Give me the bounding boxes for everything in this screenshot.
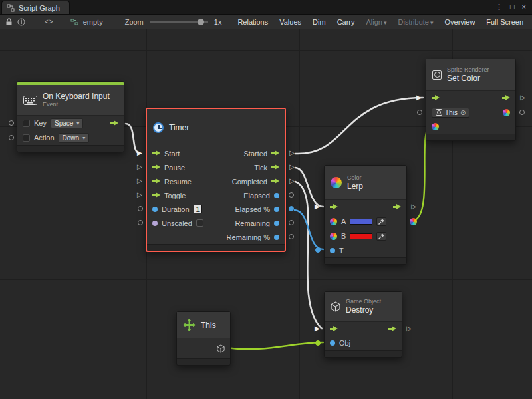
eyedropper-icon[interactable]	[376, 217, 386, 226]
node-destroy[interactable]: Game Object Destroy Obj ▶ ▷	[324, 291, 402, 358]
full-screen-button[interactable]: Full Screen	[483, 17, 527, 27]
flow-input-port[interactable]	[330, 326, 338, 332]
value-input-socket[interactable]	[138, 220, 143, 225]
value-input-socket[interactable]	[315, 247, 321, 253]
flow-input-socket[interactable]: ▶	[416, 94, 422, 101]
value-output-port[interactable]	[274, 193, 279, 198]
color-port-icon[interactable]	[330, 233, 337, 240]
flow-output-port[interactable]	[271, 178, 279, 184]
node-this[interactable]: This	[176, 311, 231, 366]
value-input-socket[interactable]	[417, 110, 422, 115]
color-output-port[interactable]	[503, 109, 510, 116]
wire-this-to-destroy-obj[interactable]	[226, 342, 323, 349]
value-input-port[interactable]	[152, 207, 158, 212]
color-output-socket[interactable]	[410, 218, 417, 225]
flow-output-port[interactable]	[388, 326, 396, 332]
relations-button[interactable]: Relations	[234, 17, 271, 27]
node-set-color[interactable]: Sprite Renderer Set Color This ⊙ ▶ ▷	[426, 59, 516, 141]
flow-input-socket[interactable]: ▷	[137, 192, 142, 198]
node-title: Timer	[169, 123, 189, 132]
unscaled-checkbox[interactable]	[196, 219, 203, 227]
node-on-keyboard-input[interactable]: On Keyboard Input Event Key Space ▾ Acti…	[17, 81, 124, 152]
timer-row-start: Start Started	[147, 146, 285, 160]
wire-timer-tick-to-lerp[interactable]	[295, 168, 323, 207]
node-color-lerp[interactable]: Color Lerp A B T ▶	[324, 165, 407, 265]
value-input-port[interactable]	[330, 248, 335, 253]
flow-output-socket[interactable]: ▷	[289, 178, 295, 184]
flow-input-port[interactable]	[152, 164, 160, 170]
flow-output-port[interactable]	[502, 95, 510, 101]
flow-input-socket[interactable]: ▶	[137, 150, 142, 156]
sprite-renderer-icon	[432, 70, 442, 80]
flow-output-socket[interactable]: ▷	[406, 325, 412, 332]
set-color-header: Sprite Renderer Set Color	[426, 59, 515, 91]
value-output-socket[interactable]	[289, 206, 294, 211]
graph-name-label: empty	[83, 18, 103, 26]
value-input-socket[interactable]	[9, 120, 14, 126]
color-input-port[interactable]	[432, 123, 439, 130]
color-port-icon[interactable]	[330, 218, 337, 225]
flow-input-port[interactable]	[152, 178, 160, 184]
flow-input-port[interactable]	[152, 192, 160, 198]
flow-input-port[interactable]	[432, 95, 440, 101]
dim-button[interactable]: Dim	[309, 17, 329, 27]
value-input-port[interactable]	[330, 340, 335, 346]
flow-input-port[interactable]	[330, 204, 338, 210]
value-output-socket[interactable]	[289, 220, 294, 225]
port-label: Tick	[254, 164, 267, 172]
duration-input[interactable]: 1	[194, 205, 203, 213]
target-field[interactable]: This ⊙	[432, 108, 469, 118]
key-dropdown[interactable]: Space ▾	[51, 118, 83, 128]
value-input-socket[interactable]	[9, 135, 14, 140]
flow-output-port[interactable]	[393, 204, 401, 210]
window-close-icon[interactable]: ×	[522, 3, 526, 11]
lock-icon[interactable]	[5, 18, 13, 26]
zoom-value: 1x	[214, 18, 222, 26]
action-dropdown[interactable]: Down ▾	[59, 133, 90, 143]
flow-input-port[interactable]	[152, 150, 160, 156]
flow-output-port[interactable]	[271, 164, 279, 170]
value-output-port[interactable]	[274, 235, 279, 240]
cube-icon	[331, 301, 340, 312]
value-output-socket[interactable]	[289, 234, 294, 239]
tab-script-graph[interactable]: Script Graph	[1, 1, 70, 14]
node-timer[interactable]: Timer Start Started Pause Tick Resume Co…	[146, 108, 286, 252]
eyedropper-icon[interactable]	[376, 232, 386, 241]
zoom-slider[interactable]	[150, 18, 208, 26]
value-output-port[interactable]	[274, 221, 279, 226]
flow-output-socket[interactable]: ▷	[520, 94, 525, 101]
flow-input-socket[interactable]: ▷	[137, 178, 142, 184]
graph-canvas[interactable]: On Keyboard Input Event Key Space ▾ Acti…	[0, 29, 532, 399]
window-menu-icon[interactable]: ⋮	[495, 3, 503, 11]
flow-output-port[interactable]	[271, 150, 279, 156]
info-icon[interactable]	[17, 18, 25, 26]
value-input-socket[interactable]	[315, 340, 321, 346]
value-output-port[interactable]	[274, 207, 279, 212]
flow-output-port[interactable]	[110, 120, 118, 126]
flow-input-socket[interactable]: ▶	[315, 325, 320, 332]
zoom-slider-handle[interactable]	[198, 19, 204, 25]
value-output-socket[interactable]	[519, 110, 525, 115]
color-swatch-a[interactable]	[350, 219, 372, 225]
action-type-icon	[23, 134, 30, 142]
carry-button[interactable]: Carry	[334, 17, 358, 27]
code-view-icon[interactable]: <>	[45, 18, 54, 25]
values-button[interactable]: Values	[276, 17, 305, 27]
flow-output-socket[interactable]: ▷	[289, 164, 295, 170]
window-maximize-icon[interactable]: □	[510, 3, 515, 11]
align-button[interactable]: Align▾	[363, 17, 390, 27]
flow-input-socket[interactable]: ▶	[315, 203, 320, 210]
game-object-port-icon[interactable]	[217, 344, 225, 353]
value-output-socket[interactable]	[289, 192, 294, 198]
move-icon	[183, 319, 196, 331]
flow-output-socket[interactable]: ▷	[411, 203, 416, 210]
object-picker-icon[interactable]: ⊙	[460, 109, 466, 116]
color-swatch-b[interactable]	[350, 233, 372, 239]
value-input-port[interactable]	[152, 221, 158, 226]
overview-button[interactable]: Overview	[442, 17, 479, 27]
wire-timer-started-to-setcolor[interactable]	[295, 98, 423, 154]
flow-input-socket[interactable]: ▷	[137, 164, 142, 170]
distribute-button[interactable]: Distribute▾	[395, 17, 437, 27]
value-input-socket[interactable]	[138, 206, 143, 211]
flow-output-socket[interactable]: ▷	[289, 150, 295, 156]
